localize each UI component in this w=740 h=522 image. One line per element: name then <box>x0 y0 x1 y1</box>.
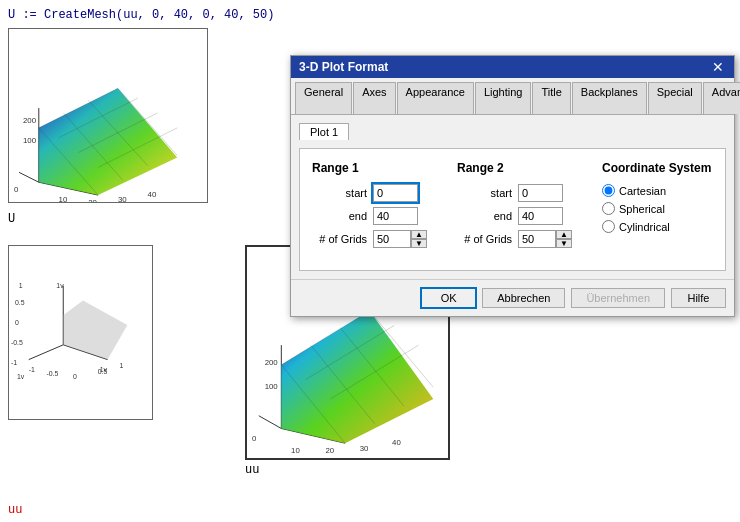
dialog-3d-plot-format: 3-D Plot Format ✕ General Axes Appearanc… <box>290 55 735 317</box>
range2-grids-spinner: ▲ ▼ <box>518 230 572 248</box>
range2-grids-up[interactable]: ▲ <box>556 230 572 239</box>
range2-group: Range 2 start end # of Grids <box>457 161 572 248</box>
tab-special[interactable]: Special <box>648 82 702 114</box>
radio-spherical[interactable]: Spherical <box>602 202 711 215</box>
apply-button[interactable]: Übernehmen <box>571 288 665 308</box>
plot-box-1: 0 10 20 30 40 100 200 <box>8 28 208 203</box>
range2-grids-spinner-buttons: ▲ ▼ <box>556 230 572 248</box>
radio-cylindrical-input[interactable] <box>602 220 615 233</box>
label-uu-center: uu <box>245 463 259 477</box>
svg-text:40: 40 <box>392 438 401 447</box>
dialog-footer: OK Abbrechen Übernehmen Hilfe <box>291 279 734 316</box>
coordinate-group: Coordinate System Cartesian Spherical Cy… <box>602 161 711 248</box>
range1-start-input[interactable] <box>373 184 418 202</box>
svg-text:0: 0 <box>14 185 19 194</box>
coordinate-title: Coordinate System <box>602 161 711 175</box>
range1-start-row: start <box>312 184 427 202</box>
inner-panel: Range 1 start end # of Grids <box>299 148 726 271</box>
radio-spherical-label: Spherical <box>619 203 665 215</box>
ranges-row: Range 1 start end # of Grids <box>312 161 713 248</box>
tab-backplanes[interactable]: Backplanes <box>572 82 647 114</box>
range2-start-label: start <box>457 187 512 199</box>
range1-grids-down[interactable]: ▼ <box>411 239 427 248</box>
label-uu-red: uu <box>8 503 22 517</box>
tab-appearance[interactable]: Appearance <box>397 82 474 114</box>
cancel-button[interactable]: Abbrechen <box>482 288 565 308</box>
svg-text:-0.5: -0.5 <box>46 370 58 377</box>
tab-lighting[interactable]: Lighting <box>475 82 532 114</box>
tab-title[interactable]: Title <box>532 82 570 114</box>
svg-text:20: 20 <box>325 446 334 455</box>
plot-box-2: -1 -0.5 0 0.5 1 -1 -0.5 0 0.5 1 1v 1v 1v <box>8 245 153 420</box>
svg-text:1: 1 <box>19 282 23 289</box>
svg-text:0: 0 <box>73 373 77 380</box>
range2-end-row: end <box>457 207 572 225</box>
svg-text:1v: 1v <box>100 366 108 373</box>
svg-text:10: 10 <box>59 195 68 202</box>
range1-grids-spinner-buttons: ▲ ▼ <box>411 230 427 248</box>
svg-text:0.5: 0.5 <box>15 299 25 306</box>
radio-cylindrical[interactable]: Cylindrical <box>602 220 711 233</box>
label-u-1: U <box>8 212 15 226</box>
range1-grids-spinner: ▲ ▼ <box>373 230 427 248</box>
svg-text:-1: -1 <box>11 359 17 366</box>
tab-axes[interactable]: Axes <box>353 82 395 114</box>
radio-cartesian-label: Cartesian <box>619 185 666 197</box>
svg-line-19 <box>29 345 64 360</box>
range2-end-input[interactable] <box>518 207 563 225</box>
svg-text:40: 40 <box>148 190 157 199</box>
range1-start-label: start <box>312 187 367 199</box>
svg-marker-39 <box>281 311 433 443</box>
dialog-close-button[interactable]: ✕ <box>710 60 726 74</box>
range1-grids-up[interactable]: ▲ <box>411 230 427 239</box>
range2-grids-down[interactable]: ▼ <box>556 239 572 248</box>
tabs-bar: General Axes Appearance Lighting Title B… <box>291 78 734 115</box>
svg-text:200: 200 <box>265 358 279 367</box>
svg-text:-0.5: -0.5 <box>11 339 23 346</box>
ok-button[interactable]: OK <box>421 288 476 308</box>
dialog-title: 3-D Plot Format <box>299 60 388 74</box>
svg-text:10: 10 <box>291 446 300 455</box>
command-line: U := CreateMesh(uu, 0, 40, 0, 40, 50) <box>8 8 274 22</box>
tab-advanced[interactable]: Advanced <box>703 82 740 114</box>
svg-text:1v: 1v <box>56 282 64 289</box>
sub-tab-plot1[interactable]: Plot 1 <box>299 123 349 140</box>
dialog-titlebar: 3-D Plot Format ✕ <box>291 56 734 78</box>
range2-grids-label: # of Grids <box>457 233 512 245</box>
svg-text:100: 100 <box>265 382 279 391</box>
svg-marker-22 <box>63 300 127 359</box>
range1-title: Range 1 <box>312 161 427 175</box>
svg-text:-1: -1 <box>29 366 35 373</box>
range1-end-row: end <box>312 207 427 225</box>
svg-text:200: 200 <box>23 116 37 125</box>
radio-cartesian[interactable]: Cartesian <box>602 184 711 197</box>
range1-grids-label: # of Grids <box>312 233 367 245</box>
range1-grids-input[interactable] <box>373 230 411 248</box>
range1-grids-row: # of Grids ▲ ▼ <box>312 230 427 248</box>
svg-text:1v: 1v <box>17 373 25 380</box>
range1-group: Range 1 start end # of Grids <box>312 161 427 248</box>
tab-general[interactable]: General <box>295 82 352 114</box>
range1-end-label: end <box>312 210 367 222</box>
svg-line-36 <box>259 416 282 429</box>
range2-start-input[interactable] <box>518 184 563 202</box>
svg-text:30: 30 <box>360 444 369 453</box>
svg-marker-3 <box>39 88 177 195</box>
svg-line-0 <box>19 172 39 182</box>
radio-cylindrical-label: Cylindrical <box>619 221 670 233</box>
plot-svg-2: -1 -0.5 0 0.5 1 -1 -0.5 0 0.5 1 1v 1v 1v <box>9 246 152 419</box>
range2-grids-input[interactable] <box>518 230 556 248</box>
help-button[interactable]: Hilfe <box>671 288 726 308</box>
svg-text:20: 20 <box>88 198 97 202</box>
range2-title: Range 2 <box>457 161 572 175</box>
dialog-content: Plot 1 Range 1 start end # of Gr <box>291 115 734 279</box>
range1-end-input[interactable] <box>373 207 418 225</box>
radio-spherical-input[interactable] <box>602 202 615 215</box>
svg-text:100: 100 <box>23 136 37 145</box>
range2-end-label: end <box>457 210 512 222</box>
svg-text:30: 30 <box>118 195 127 202</box>
radio-cartesian-input[interactable] <box>602 184 615 197</box>
sub-tabs: Plot 1 <box>299 123 726 140</box>
svg-text:0: 0 <box>252 434 257 443</box>
svg-text:1: 1 <box>119 362 123 369</box>
